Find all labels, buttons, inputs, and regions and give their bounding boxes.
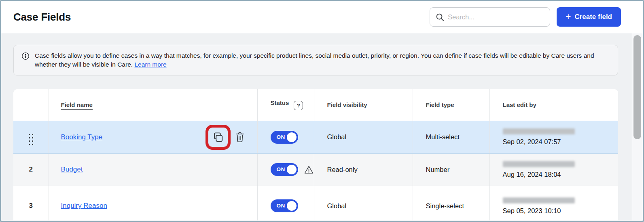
table-row: 2 Budget ON bbox=[13, 153, 618, 186]
field-link[interactable]: Inquiry Reason bbox=[61, 202, 107, 209]
header-field-name[interactable]: Field name bbox=[49, 89, 257, 121]
toggle-knob bbox=[287, 132, 297, 142]
learn-more-link[interactable]: Learn more bbox=[134, 61, 166, 68]
create-field-button[interactable]: + Create field bbox=[557, 7, 621, 27]
header-field-visibility: Field visibility bbox=[314, 89, 413, 121]
search-input[interactable] bbox=[430, 7, 550, 27]
field-name-cell: Budget bbox=[49, 153, 257, 186]
field-type-cell: Single-select bbox=[413, 186, 489, 220]
row-number: 3 bbox=[13, 186, 49, 220]
info-banner: Case fields allow you to define cases in… bbox=[13, 45, 618, 75]
field-link[interactable]: Budget bbox=[61, 165, 83, 173]
banner-description: Case fields allow you to define cases in… bbox=[35, 52, 594, 68]
redacted-editor-name bbox=[503, 161, 575, 167]
visibility-cell: Read-only bbox=[314, 153, 413, 186]
header-status: Status? bbox=[257, 89, 314, 121]
drag-handle-icon[interactable] bbox=[29, 134, 34, 145]
banner-text: Case fields allow you to define cases in… bbox=[35, 51, 607, 69]
page-title: Case Fields bbox=[13, 11, 71, 23]
header-last-edit-by: Last edit by bbox=[489, 89, 618, 121]
field-name-cell: Booking Type bbox=[49, 121, 257, 153]
last-edit-cell: Sep 02, 2024 07:57 bbox=[489, 121, 618, 153]
vertical-scrollbar-thumb[interactable] bbox=[633, 35, 641, 139]
search-icon bbox=[435, 13, 445, 23]
table-row: Booking Type bbox=[13, 121, 618, 153]
toggle-on-label: ON bbox=[277, 203, 285, 209]
row-drag-cell bbox=[13, 121, 49, 153]
visibility-cell: Global bbox=[314, 186, 413, 220]
field-name-cell: Inquiry Reason bbox=[49, 186, 257, 220]
status-toggle[interactable]: ON bbox=[271, 163, 298, 176]
delete-button[interactable] bbox=[235, 131, 245, 143]
redacted-editor-name bbox=[503, 197, 575, 203]
last-edit-date: Sep 02, 2024 07:57 bbox=[503, 138, 619, 146]
status-toggle[interactable]: ON bbox=[271, 131, 298, 144]
content-area: Case fields allow you to define cases in… bbox=[1, 33, 643, 220]
row-number: 2 bbox=[13, 153, 49, 186]
info-icon bbox=[21, 52, 30, 62]
last-edit-date: Aug 16, 2024 18:04 bbox=[503, 171, 619, 178]
status-cell: ON bbox=[257, 153, 314, 186]
redacted-editor-name bbox=[503, 128, 575, 134]
header-field-type: Field type bbox=[413, 89, 489, 121]
search-box bbox=[430, 7, 550, 27]
field-type-cell: Multi-select bbox=[413, 121, 489, 153]
top-bar: Case Fields + Create field bbox=[1, 1, 643, 33]
case-fields-table: Field name Status? Field visibility Fiel… bbox=[13, 89, 618, 220]
last-edit-cell: Sep 05, 2023 10:10 bbox=[489, 186, 618, 220]
create-field-label: Create field bbox=[574, 13, 612, 21]
status-cell: ON bbox=[257, 186, 314, 220]
copy-button[interactable] bbox=[212, 131, 224, 143]
warning-icon[interactable] bbox=[304, 165, 314, 175]
header-number bbox=[13, 89, 49, 121]
status-label: Status bbox=[271, 99, 289, 106]
last-edit-cell: Aug 16, 2024 18:04 bbox=[489, 153, 618, 186]
vertical-scrollbar-track[interactable] bbox=[632, 33, 643, 220]
annotation-highlight bbox=[205, 125, 231, 150]
copy-icon bbox=[212, 131, 224, 143]
table-row: 3 Inquiry Reason ON G bbox=[13, 186, 618, 220]
field-link[interactable]: Booking Type bbox=[61, 133, 103, 141]
trash-icon bbox=[235, 131, 245, 143]
last-edit-date: Sep 05, 2023 10:10 bbox=[503, 207, 619, 215]
toggle-on-label: ON bbox=[277, 166, 285, 172]
toggle-knob bbox=[287, 201, 297, 211]
status-cell: ON bbox=[257, 121, 314, 153]
plus-icon: + bbox=[566, 12, 571, 21]
field-name-sort-label[interactable]: Field name bbox=[61, 101, 93, 110]
field-type-cell: Number bbox=[413, 153, 489, 186]
toggle-on-label: ON bbox=[277, 134, 285, 140]
toggle-knob bbox=[287, 165, 297, 174]
status-help-icon[interactable]: ? bbox=[294, 101, 303, 110]
row-actions bbox=[205, 125, 245, 150]
table-header-row: Field name Status? Field visibility Fiel… bbox=[13, 89, 618, 121]
visibility-cell: Global bbox=[314, 121, 413, 153]
app-window: Case Fields + Create field bbox=[0, 0, 644, 222]
status-toggle[interactable]: ON bbox=[271, 199, 298, 212]
